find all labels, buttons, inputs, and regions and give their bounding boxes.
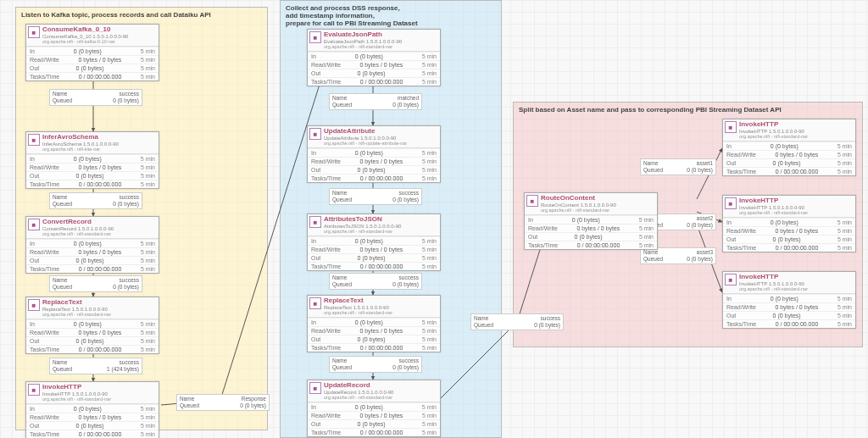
processor-type: InvokeHTTP 1.5.0.1.0.0.0-90: [739, 129, 808, 135]
processor-type: ReplaceText 1.5.0.1.0.0.0-90: [324, 305, 392, 311]
processor-name: RouteOnContent: [541, 195, 616, 202]
connection-asset1[interactable]: Nameasset1 Queued0 (0 bytes): [640, 158, 716, 175]
stat-read-write: Read/Write0 bytes / 0 bytes5 min: [308, 60, 440, 69]
stat-out: Out0 (0 bytes)5 min: [308, 253, 440, 262]
processor-name: InvokeHTTP: [739, 197, 808, 205]
connection-success[interactable]: Namesuccess Queued0 (0 bytes): [49, 192, 142, 209]
connection-success[interactable]: Namesuccess Queued0 (0 bytes): [329, 356, 422, 373]
stat-in: In0 (0 bytes)5 min: [308, 318, 440, 326]
stat-out: Out0 (0 bytes)5 min: [308, 165, 440, 174]
processor-type: ReplaceText 1.5.0.1.0.0.0-90: [42, 307, 111, 313]
stat-tasks-time: Tasks/Time0 / 00:00:00.0005 min: [26, 264, 159, 273]
processor-icon: ■: [28, 384, 40, 396]
stat-read-write: Read/Write0 bytes / 0 bytes5 min: [308, 411, 440, 419]
processor-type: InferAvroSchema 1.5.0.1.0.0.0-90: [42, 141, 119, 147]
stat-tasks-time: Tasks/Time0 / 00:00:00.0005 min: [308, 343, 440, 352]
stat-in: In0 (0 bytes)5 min: [723, 218, 855, 226]
processor-bundle: org.apache.nifi - nifi-standard-nar: [324, 44, 402, 49]
stat-out: Out0 (0 bytes)5 min: [26, 256, 159, 264]
stat-read-write: Read/Write0 bytes / 0 bytes5 min: [308, 157, 440, 165]
processor-bundle: org.apache.nifi - nifi-standard-nar: [324, 395, 393, 400]
stat-tasks-time: Tasks/Time0 / 00:00:00.0005 min: [723, 319, 855, 328]
connection-matched[interactable]: Namematched Queued0 (0 bytes): [329, 93, 422, 110]
connection-success[interactable]: Namesuccess Queued0 (0 bytes): [329, 273, 422, 290]
processor-bundle: org.apache.nifi - nifi-standard-nar: [541, 208, 616, 213]
processor-icon: ■: [28, 134, 40, 146]
processor-invoke-http[interactable]: ■ InvokeHTTP InvokeHTTP 1.5.0.1.0.0.0-90…: [25, 381, 159, 438]
group-title: Collect and process DSS response, add ti…: [286, 4, 418, 28]
processor-name: InvokeHTTP: [739, 121, 808, 129]
stat-tasks-time: Tasks/Time0 / 00:00:00.0005 min: [26, 345, 159, 353]
stat-tasks-time: Tasks/Time0 / 00:00:00.0005 min: [723, 167, 855, 175]
stat-read-write: Read/Write0 bytes / 0 bytes5 min: [308, 326, 440, 335]
processor-type: InvokeHTTP 1.5.0.1.0.0.0-90: [739, 205, 808, 211]
stat-out: Out0 (0 bytes)5 min: [308, 419, 440, 428]
stat-read-write: Read/Write0 bytes / 0 bytes5 min: [723, 302, 855, 311]
processor-icon: ■: [725, 121, 737, 133]
stat-read-write: Read/Write0 bytes / 0 bytes5 min: [723, 226, 855, 235]
stat-tasks-time: Tasks/Time0 / 00:00:00.0005 min: [26, 430, 159, 438]
stat-tasks-time: Tasks/Time0 / 00:00:00.0005 min: [308, 77, 440, 86]
connection-success[interactable]: Namesuccess Queued0 (0 bytes): [49, 89, 142, 106]
processor-invoke-http[interactable]: ■ InvokeHTTP InvokeHTTP 1.5.0.1.0.0.0-90…: [722, 119, 856, 176]
processor-infer-avro[interactable]: ■ InferAvroSchema InferAvroSchema 1.5.0.…: [25, 131, 159, 189]
processor-update-attribute[interactable]: ■ UpdateAttribute UpdateAttribute 1.5.0.…: [307, 125, 441, 183]
stat-read-write: Read/Write0 bytes / 0 bytes5 min: [26, 413, 159, 421]
processor-invoke-http[interactable]: ■ InvokeHTTP InvokeHTTP 1.5.0.1.0.0.0-90…: [722, 271, 856, 329]
group-title: Split based on Asset name and pass to co…: [519, 106, 782, 114]
processor-bundle: org.apache.nifi - nifi-standard-nar: [324, 310, 392, 315]
stat-in: In0 (0 bytes)5 min: [308, 148, 440, 157]
processor-icon: ■: [309, 128, 321, 140]
stat-in: In0 (0 bytes)5 min: [308, 236, 440, 245]
processor-bundle: org.apache.nifi - nifi-standard-nar: [324, 229, 401, 234]
processor-convert-record[interactable]: ■ ConvertRecord ConvertRecord 1.5.0.1.0.…: [25, 216, 159, 274]
processor-name: AttributesToJSON: [324, 216, 401, 224]
stat-tasks-time: Tasks/Time0 / 00:00:00.0005 min: [26, 72, 159, 80]
processor-evaluate-json[interactable]: ■ EvaluateJsonPath EvaluateJsonPath 1.5.…: [307, 29, 441, 86]
stat-in: In0 (0 bytes)5 min: [723, 141, 855, 150]
processor-name: EvaluateJsonPath: [324, 31, 402, 39]
processor-icon: ■: [725, 197, 737, 209]
processor-bundle: org.apache.nifi - nifi-standard-nar: [42, 231, 114, 236]
stat-in: In0 (0 bytes)5 min: [308, 402, 440, 411]
processor-replace-text[interactable]: ■ ReplaceText ReplaceText 1.5.0.1.0.0.0-…: [25, 297, 159, 354]
processor-bundle: org.apache.nifi - nifi-standard-nar: [739, 286, 808, 291]
processor-type: UpdateAttribute 1.5.0.1.0.0.0-90: [324, 136, 407, 141]
processor-type: InvokeHTTP 1.5.0.1.0.0.0-90: [42, 391, 111, 397]
processor-type: RouteOnContent 1.5.0.1.0.0.0-90: [541, 202, 616, 208]
stat-out: Out0 (0 bytes)5 min: [723, 158, 855, 167]
processor-name: UpdateAttribute: [324, 128, 407, 136]
stat-read-write: Read/Write0 bytes / 0 bytes5 min: [26, 247, 159, 256]
processor-bundle: org.apache.nifi - nifi-standard-nar: [42, 312, 111, 317]
processor-icon: ■: [309, 382, 321, 394]
stat-in: In0 (0 bytes)5 min: [26, 239, 159, 247]
processor-attributes-to-json[interactable]: ■ AttributesToJSON AttributesToJSON 1.5.…: [307, 213, 441, 271]
processor-name: ReplaceText: [324, 297, 392, 305]
processor-route-on-content[interactable]: ■ RouteOnContent RouteOnContent 1.5.0.1.…: [524, 192, 658, 250]
stat-in: In0 (0 bytes)5 min: [26, 154, 159, 163]
processor-replace-text[interactable]: ■ ReplaceText ReplaceText 1.5.0.1.0.0.0-…: [307, 295, 441, 352]
connection-success[interactable]: Namesuccess Queued1 (424 bytes): [49, 358, 142, 374]
processor-update-record[interactable]: ■ UpdateRecord UpdateRecord 1.5.0.1.0.0.…: [307, 380, 441, 437]
stat-out: Out0 (0 bytes)5 min: [525, 232, 657, 241]
processor-bundle: org.apache.nifi - nifi-kite-nar: [42, 147, 119, 152]
processor-name: ConvertRecord: [42, 219, 114, 226]
processor-icon: ■: [526, 195, 538, 207]
stat-in: In0 (0 bytes)5 min: [723, 294, 855, 302]
stat-out: Out0 (0 bytes)5 min: [26, 64, 159, 72]
group-title: Listen to Kafka topic, process records a…: [21, 11, 211, 19]
processor-name: InvokeHTTP: [42, 384, 111, 391]
stat-out: Out0 (0 bytes)5 min: [26, 336, 159, 345]
processor-type: InvokeHTTP 1.5.0.1.0.0.0-90: [739, 281, 808, 287]
processor-type: AttributesToJSON 1.5.0.1.0.0.0-90: [324, 224, 401, 230]
processor-consume-kafka[interactable]: ■ ConsumeKafka_0_10 ConsumeKafka_0_10 1.…: [25, 24, 159, 81]
connection-success[interactable]: Namesuccess Queued0 (0 bytes): [470, 313, 564, 330]
connection-response[interactable]: NameResponse Queued0 (0 bytes): [176, 394, 270, 411]
stat-read-write: Read/Write0 bytes / 0 bytes5 min: [26, 328, 159, 336]
connection-success[interactable]: Namesuccess Queued0 (0 bytes): [329, 188, 422, 205]
processor-invoke-http[interactable]: ■ InvokeHTTP InvokeHTTP 1.5.0.1.0.0.0-90…: [722, 195, 856, 252]
stat-in: In0 (0 bytes)5 min: [26, 47, 159, 55]
stat-out: Out0 (0 bytes)5 min: [308, 69, 440, 77]
processor-icon: ■: [309, 297, 321, 309]
connection-success[interactable]: Namesuccess Queued0 (0 bytes): [49, 275, 142, 292]
